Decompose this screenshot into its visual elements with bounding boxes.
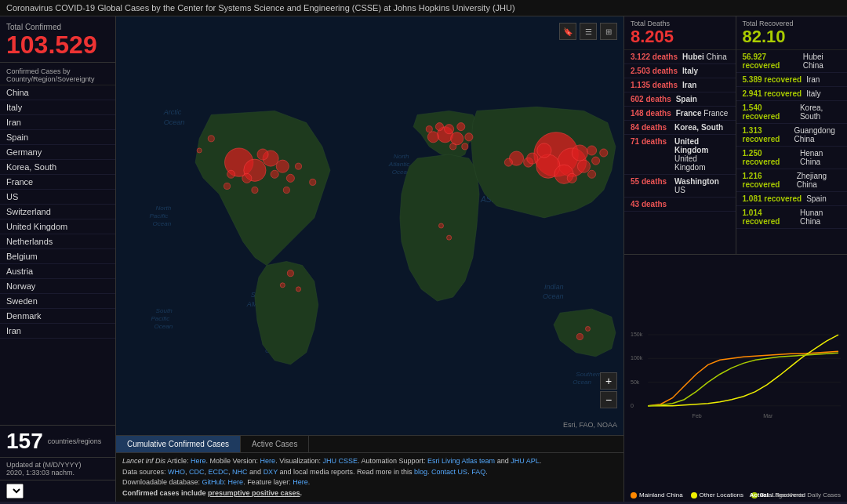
zoom-in-btn[interactable]: +: [600, 372, 617, 390]
svg-text:Pacific: Pacific: [149, 212, 168, 219]
sidebar-country-item[interactable]: Spain: [0, 130, 115, 145]
mobile-link[interactable]: Here: [260, 457, 276, 465]
svg-point-65: [587, 146, 596, 155]
sidebar-country-item[interactable]: Italy: [0, 100, 115, 115]
chart-daily-btn[interactable]: Daily Cases: [807, 491, 841, 499]
recovered-list-item: 1.540 recoveredKorea, South: [736, 101, 848, 124]
lancet-link[interactable]: Here: [191, 457, 206, 465]
svg-point-68: [280, 283, 285, 288]
info-text-3: Downloadable database: GitHub: Here. Fea…: [122, 477, 617, 488]
page-header: Coronavirus COVID-19 Global Cases by the…: [0, 0, 847, 16]
ecdc-link[interactable]: ECDC: [209, 468, 229, 476]
svg-text:North: North: [156, 205, 172, 212]
region-select[interactable]: [6, 484, 24, 499]
death-location: Hubei China: [682, 53, 727, 61]
recovered-count: 1.014 recovered: [743, 208, 795, 226]
sidebar-count-section: 157 countries/regions: [0, 425, 115, 457]
death-list-item: 3.122 deathsHubei China: [624, 50, 736, 64]
github-here-link[interactable]: Here: [228, 478, 244, 486]
sidebar-country-item[interactable]: Iran: [0, 324, 115, 339]
sidebar-country-item[interactable]: China: [0, 85, 115, 100]
jhu-csse-link[interactable]: JHU CSSE: [323, 457, 358, 465]
recovered-list-item: 1.313 recoveredGuangdong China: [736, 124, 848, 147]
svg-point-59: [537, 143, 551, 158]
sidebar-country-list: ChinaItalyIranSpainGermanyKorea, SouthFr…: [0, 85, 115, 425]
svg-text:0: 0: [631, 403, 634, 408]
deaths-total: 8.205: [631, 27, 729, 46]
svg-point-34: [286, 174, 294, 182]
contact-link[interactable]: Contact US: [431, 468, 467, 476]
sidebar-list-header: Confirmed Cases by Country/Region/Sovere…: [0, 63, 115, 85]
header-title: Coronavirus COVID-19 Global Cases by the…: [6, 3, 515, 13]
esri-link[interactable]: Esri Living Atlas team: [427, 457, 495, 465]
sidebar-country-item[interactable]: Netherlands: [0, 234, 115, 249]
svg-point-58: [572, 145, 587, 161]
death-location: Washington US: [674, 177, 729, 194]
recovered-location: Spain: [806, 194, 827, 203]
sidebar-country-item[interactable]: Denmark: [0, 309, 115, 324]
updated-value: 2020, 1:33:03 nachm.: [6, 469, 109, 477]
dxy-link[interactable]: DXY: [264, 468, 278, 476]
death-list-item: 55 deathsWashington US: [624, 175, 736, 198]
blog-link[interactable]: blog: [414, 468, 427, 476]
svg-point-72: [576, 333, 583, 339]
recovered-location: Korea, South: [800, 103, 841, 121]
svg-point-46: [435, 123, 443, 131]
jhu-apl-link[interactable]: JHU APL: [511, 457, 540, 465]
recovered-location: Henan China: [800, 149, 841, 166]
recovered-count: 2.941 recovered: [743, 89, 802, 98]
recovered-location: Zhejiang China: [797, 172, 841, 189]
grid-btn[interactable]: ⊞: [600, 23, 617, 40]
legend-label-other: Other Locations: [700, 491, 743, 499]
sidebar-country-item[interactable]: Korea, South: [0, 160, 115, 175]
sidebar-country-item[interactable]: US: [0, 190, 115, 205]
zoom-out-btn[interactable]: −: [600, 391, 617, 408]
sidebar-country-item[interactable]: Norway: [0, 279, 115, 294]
svg-text:Indian: Indian: [544, 283, 564, 291]
list-btn[interactable]: ☰: [580, 23, 597, 40]
feature-link[interactable]: Here: [293, 478, 308, 486]
recovered-location: Hubei China: [803, 53, 841, 70]
svg-point-67: [287, 270, 293, 277]
svg-point-44: [445, 125, 454, 134]
bookmark-btn[interactable]: 🔖: [559, 23, 576, 40]
map-attribution: Esri, FAO, NOAA: [563, 421, 617, 429]
svg-point-64: [588, 170, 596, 178]
who-link[interactable]: WHO: [168, 468, 185, 476]
recovered-count: 1.081 recovered: [743, 194, 802, 203]
svg-point-69: [296, 287, 300, 292]
chart-log-btn[interactable]: Logarithmic: [772, 491, 804, 499]
svg-point-60: [577, 160, 590, 172]
cdc-link[interactable]: CDC: [189, 468, 205, 476]
svg-point-71: [447, 235, 452, 240]
nhc-link[interactable]: NHC: [232, 468, 248, 476]
sidebar-country-item[interactable]: Sweden: [0, 294, 115, 309]
recovered-list-item: 2.941 recoveredItaly: [736, 87, 848, 101]
svg-point-36: [295, 163, 301, 169]
sidebar-country-item[interactable]: United Kingdom: [0, 219, 115, 234]
total-confirmed-number: 103.529: [6, 31, 109, 59]
sidebar-country-item[interactable]: Austria: [0, 264, 115, 279]
deaths-column: Total Deaths 8.205 3.122 deathsHubei Chi…: [624, 16, 736, 254]
sidebar-country-item[interactable]: France: [0, 175, 115, 190]
chart-actual-btn[interactable]: Actual: [750, 491, 769, 499]
tab-cumulative[interactable]: Cumulative Confirmed Cases: [116, 436, 241, 452]
sidebar-country-item[interactable]: Iran: [0, 115, 115, 130]
svg-point-47: [465, 133, 473, 141]
svg-text:Atlantic: Atlantic: [388, 161, 409, 168]
recovered-total: 82.10: [743, 27, 842, 46]
svg-point-31: [257, 149, 268, 160]
svg-point-70: [438, 223, 443, 228]
info-text-2: Data sources: WHO, CDC, ECDC, NHC and DX…: [122, 467, 617, 478]
sidebar-country-item[interactable]: Belgium: [0, 249, 115, 264]
recovered-count: 56.927 recovered: [743, 53, 798, 70]
github-link[interactable]: GitHub: [202, 478, 224, 486]
sidebar-country-item[interactable]: Germany: [0, 145, 115, 160]
svg-point-39: [283, 187, 289, 193]
svg-point-45: [457, 123, 465, 131]
svg-text:Ocean: Ocean: [573, 379, 591, 386]
sidebar-country-item[interactable]: Switzerland: [0, 205, 115, 219]
faq-link[interactable]: FAQ: [471, 468, 485, 476]
tab-active[interactable]: Active Cases: [241, 436, 309, 452]
svg-text:Arctic: Arctic: [163, 108, 182, 116]
